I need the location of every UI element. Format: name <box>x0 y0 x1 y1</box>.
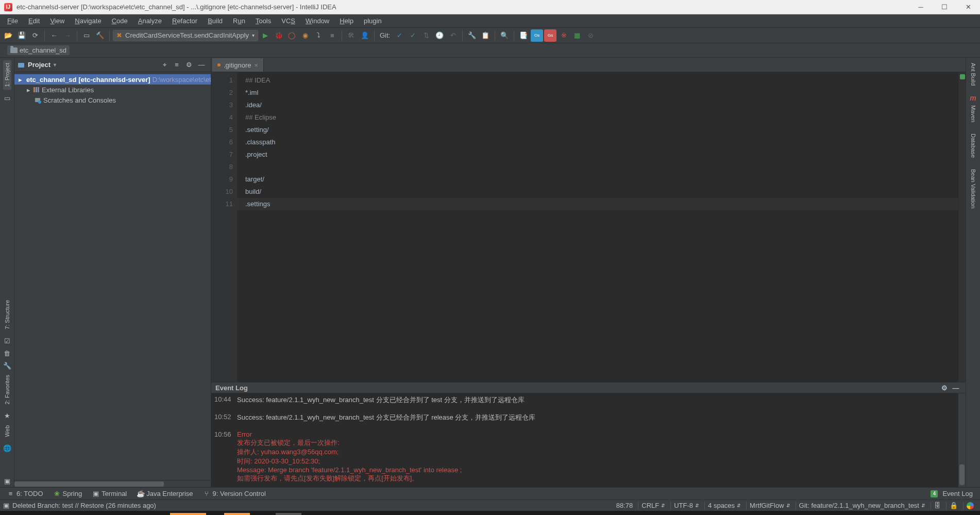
menu-navigate[interactable]: Navigate <box>70 16 106 26</box>
plugin-button-1[interactable]: 📑 <box>517 29 530 42</box>
memory-indicator[interactable]: 🗄 <box>931 502 944 509</box>
project-tree[interactable]: ▸ etc_channel_sd [etc-channelsd-server] … <box>14 72 211 480</box>
window-close-button[interactable]: ✕ <box>956 0 980 14</box>
google-login-icon[interactable] <box>963 502 977 509</box>
tool-window-toggle-icon[interactable]: ▣ <box>3 502 9 509</box>
minimize-icon[interactable]: — <box>951 383 960 392</box>
star-icon[interactable]: ★ <box>3 412 11 420</box>
plugin-button-4[interactable]: ※ <box>557 29 570 42</box>
locate-icon[interactable]: ⌖ <box>159 60 170 70</box>
open-button[interactable]: 📂 <box>2 29 14 42</box>
folder-tool-icon[interactable]: ▭ <box>3 94 11 102</box>
profile-button[interactable]: ◉ <box>299 29 312 42</box>
save-all-button[interactable]: 💾 <box>15 29 28 42</box>
tool-icon[interactable]: 🛠 <box>345 29 358 42</box>
settings-icon[interactable]: ⚙ <box>940 383 949 392</box>
debug-button[interactable]: 🐞 <box>273 29 285 42</box>
editor-tab-gitignore[interactable]: .gitignore × <box>212 58 264 72</box>
plugin-button-6[interactable]: ⊘ <box>584 29 597 42</box>
project-scrollbar[interactable] <box>14 480 211 487</box>
search-everywhere-button[interactable]: 🔍 <box>498 29 511 42</box>
vcs-update-button[interactable]: ✓ <box>393 29 405 42</box>
menu-view[interactable]: View <box>45 16 70 26</box>
breadcrumb[interactable]: etc_channel_sd <box>7 45 70 55</box>
scrollbar-thumb[interactable] <box>14 481 164 487</box>
git-branch[interactable]: Git: feature/2.1.1_wyh_new_branch_test ⇵ <box>796 502 928 509</box>
side-tab-ant[interactable]: Ant Build <box>969 60 977 89</box>
side-tab-favorites[interactable]: 2: Favorites <box>3 372 11 407</box>
event-log-content[interactable]: 10:44 Success: feature/2.1.1_wyh_new_bra… <box>211 393 958 487</box>
task-icon[interactable]: ☑ <box>3 337 11 345</box>
project-structure-button[interactable]: 📋 <box>479 29 492 42</box>
indent-settings[interactable]: 4 spaces ⇵ <box>704 502 744 509</box>
sync-button[interactable]: ⟳ <box>29 29 41 42</box>
caret-position[interactable]: 88:78 <box>613 502 636 509</box>
line-separator[interactable]: CRLF ⇵ <box>638 502 668 509</box>
menu-plugin[interactable]: plugin <box>359 16 387 26</box>
tree-node-scratches[interactable]: Scratches and Consoles <box>14 95 211 105</box>
side-tab-web[interactable]: Web <box>3 422 11 440</box>
plugin-button-2[interactable]: Os <box>531 29 543 42</box>
coverage-button[interactable]: ◯ <box>286 29 298 42</box>
menu-run[interactable]: Run <box>228 16 250 26</box>
status-message[interactable]: Deleted Branch: test // Restore (26 minu… <box>12 502 156 509</box>
lock-icon[interactable]: 🔒 <box>946 502 961 509</box>
settings-icon[interactable]: ⚙ <box>184 60 194 70</box>
tree-root[interactable]: ▸ etc_channel_sd [etc-channelsd-server] … <box>14 74 211 85</box>
collapse-icon[interactable]: ≡ <box>172 60 182 70</box>
web-icon[interactable]: 🌐 <box>3 444 11 452</box>
mrtf-gitflow[interactable]: MrtfGitFlow ⇵ <box>746 502 793 509</box>
code-editor[interactable]: 12345 67891011 ## IDEA *.iml .idea/ ## E… <box>211 72 966 382</box>
menu-build[interactable]: Build <box>202 16 228 26</box>
tree-expand-icon[interactable]: ▸ <box>19 76 22 84</box>
delete-icon[interactable]: 🗑 <box>3 349 11 357</box>
code-content[interactable]: ## IDEA *.iml .idea/ ## Eclipse .setting… <box>237 72 958 382</box>
tree-node-external-libraries[interactable]: ▸ External Libraries <box>14 85 211 95</box>
menu-edit[interactable]: Edit <box>23 16 45 26</box>
project-panel-title[interactable]: Project ▾ <box>18 61 56 69</box>
menu-window[interactable]: Window <box>300 16 334 26</box>
tool2-icon[interactable]: 👤 <box>359 29 371 42</box>
run-button[interactable]: ▶ <box>259 29 272 42</box>
file-encoding[interactable]: UTF-8 ⇵ <box>670 502 702 509</box>
window-maximize-button[interactable]: ☐ <box>933 0 956 14</box>
menu-file[interactable]: File <box>2 16 23 26</box>
run-configuration-selector[interactable]: ✖ CreditCardServiceTest.sendCardInitAppl… <box>113 30 258 41</box>
vcs-compare-button[interactable]: ⇅ <box>420 29 432 42</box>
plugin-button-5[interactable]: ▦ <box>571 29 583 42</box>
settings-button[interactable]: 🔧 <box>466 29 478 42</box>
attach-button[interactable]: ⤵ <box>313 29 325 42</box>
tool-tab-todo[interactable]: ≡6: TODO <box>2 489 48 499</box>
side-tab-maven[interactable]: Maven <box>969 102 977 125</box>
side-tab-project[interactable]: 1: Project <box>3 60 11 90</box>
tool-tab-terminal[interactable]: ▣Terminal <box>87 489 132 499</box>
vcs-revert-button[interactable]: ↶ <box>447 29 459 42</box>
tool-tab-java-enterprise[interactable]: ☕Java Enterprise <box>132 489 198 499</box>
plugin-button-3[interactable]: Gs <box>544 29 556 42</box>
side-tab-database[interactable]: Database <box>969 130 977 161</box>
editor-marker-strip[interactable] <box>958 72 966 382</box>
back-button[interactable]: ← <box>48 29 60 42</box>
menu-tools[interactable]: Tools <box>250 16 276 26</box>
menu-vcs[interactable]: VCS <box>276 16 300 26</box>
minimize-icon[interactable]: — <box>196 60 207 70</box>
forward-button[interactable]: → <box>61 29 74 42</box>
tool-tab-event-log[interactable]: 4 Event Log <box>925 489 978 499</box>
scrollbar-thumb[interactable] <box>959 464 965 485</box>
event-log-scrollbar[interactable] <box>958 393 966 487</box>
menu-refactor[interactable]: Refactor <box>167 16 202 26</box>
vcs-commit-button[interactable]: ✓ <box>407 29 419 42</box>
panel-toggle-icon[interactable]: ▣ <box>3 477 11 485</box>
build-button[interactable]: ▭ <box>80 29 93 42</box>
tool-tab-version-control[interactable]: ⑂9: Version Control <box>198 489 271 499</box>
hammer-icon[interactable]: 🔨 <box>94 29 106 42</box>
side-tab-bean-validation[interactable]: Bean Validation <box>969 166 977 211</box>
side-tab-structure[interactable]: 7: Structure <box>3 297 11 333</box>
stop-button[interactable]: ■ <box>326 29 339 42</box>
tool-tab-spring[interactable]: ❀Spring <box>48 489 88 499</box>
menu-analyze[interactable]: Analyze <box>133 16 167 26</box>
menu-help[interactable]: Help <box>334 16 359 26</box>
menu-code[interactable]: Code <box>107 16 133 26</box>
wrench-icon[interactable]: 🔧 <box>3 361 11 370</box>
tree-expand-icon[interactable]: ▸ <box>27 86 30 94</box>
